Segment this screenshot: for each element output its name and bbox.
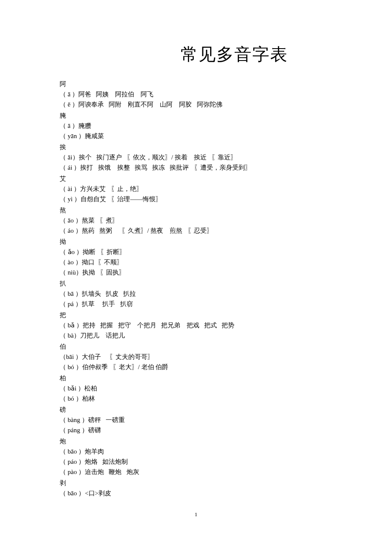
entry-char: 阿: [60, 79, 332, 89]
entry-char: 磅: [60, 405, 332, 415]
page-number: 1: [60, 511, 332, 518]
entry-char: 把: [60, 310, 332, 320]
entry-char: 拗: [60, 237, 332, 247]
entry-char: 挨: [60, 142, 332, 152]
reading-line: （ ā ）阿爸 阿姨 阿拉伯 阿飞: [60, 89, 332, 99]
reading-line: （ ài ）方兴未艾 〖止，绝〗: [60, 184, 332, 194]
reading-line: （ ǎo ）拗断 〖折断〗: [60, 247, 332, 257]
entry-char: 腌: [60, 110, 332, 121]
reading-line: （ bǎ ）把持 把握 把守 个把月 把兄弟 把戏 把式 把势: [60, 320, 332, 330]
entry-char: 剥: [60, 478, 332, 488]
entry-char: 伯: [60, 341, 332, 352]
reading-line: （ yān ）腌咸菜: [60, 131, 332, 141]
reading-line: （ niù）执拗 〖固执〗: [60, 267, 332, 278]
entry-char: 熬: [60, 205, 332, 215]
reading-line: （ bàng ）磅秤 一磅重: [60, 415, 332, 425]
reading-line: （ bó ）伯仲叔季 〖老大〗/ 老伯 伯爵: [60, 362, 332, 372]
reading-line: （ yì ）自怨自艾 〖治理——悔恨〗: [60, 194, 332, 204]
entry-char: 扒: [60, 278, 332, 289]
reading-line: （ ē ）阿谀奉承 阿附 刚直不阿 山阿 阿胶 阿弥陀佛: [60, 99, 332, 110]
reading-line: （ āo ）熬菜 〖煮〗: [60, 215, 332, 225]
reading-line: （ bā ）扒墙头 扒皮 扒拉: [60, 289, 332, 299]
reading-line: （ bāo ）炮羊肉: [60, 446, 332, 457]
reading-line: （ bó ）柏林: [60, 393, 332, 404]
reading-line: （ páo ）炮烙 如法炮制: [60, 457, 332, 467]
entry-char: 炮: [60, 436, 332, 446]
reading-line: （ páng ）磅礴: [60, 425, 332, 435]
entry-char: 艾: [60, 173, 332, 184]
content-body: 阿（ ā ）阿爸 阿姨 阿拉伯 阿飞（ ē ）阿谀奉承 阿附 刚直不阿 山阿 阿…: [60, 79, 332, 498]
reading-line: （bāi ）大伯子 〖丈夫的哥哥〗: [60, 352, 332, 362]
reading-line: （ ào ）拗口 〖不顺〗: [60, 257, 332, 267]
reading-line: （ pá ）扒草 扒手 扒窃: [60, 299, 332, 309]
reading-line: （ ái ）挨打 挨饿 挨整 挨骂 挨冻 挨批评 〖遭受，亲身受到〗: [60, 162, 332, 173]
reading-line: （ bà）刀把儿 话把儿: [60, 330, 332, 341]
reading-line: （ áo ）熬药 熬粥 〖久煮〗/ 熬夜 煎熬 〖忍受〗: [60, 225, 332, 236]
entry-char: 柏: [60, 373, 332, 383]
reading-line: （ bāo ）<口>剥皮: [60, 488, 332, 498]
reading-line: （ ā ）腌臜: [60, 121, 332, 131]
reading-line: （ āi）挨个 挨门逐户 〖依次，顺次〗/ 挨着 挨近 〖靠近〗: [60, 152, 332, 162]
page-title: 常见多音字表: [60, 43, 332, 66]
reading-line: （ bǎi ）松柏: [60, 383, 332, 393]
reading-line: （ pào ）迫击炮 鞭炮 炮灰: [60, 467, 332, 477]
